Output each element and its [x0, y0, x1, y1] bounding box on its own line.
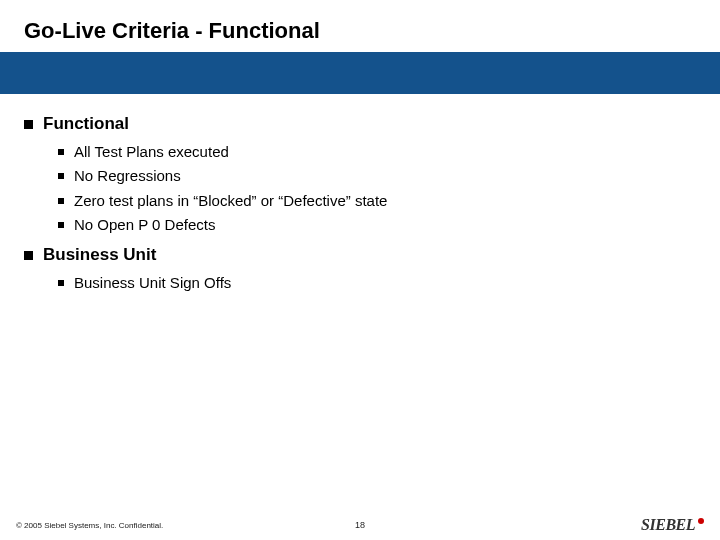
- section-functional: Functional All Test Plans executed No Re…: [24, 114, 696, 235]
- copyright-text: © 2005 Siebel Systems, Inc. Confidential…: [16, 521, 163, 530]
- siebel-logo: SIEBEL: [641, 516, 704, 534]
- list-item: Business Unit Sign Offs: [58, 273, 696, 293]
- page-number: 18: [355, 520, 365, 530]
- content-area: Functional All Test Plans executed No Re…: [0, 94, 720, 293]
- square-bullet-icon: [24, 120, 33, 129]
- section-heading: Business Unit: [24, 245, 696, 265]
- section-business-unit: Business Unit Business Unit Sign Offs: [24, 245, 696, 293]
- section-heading-text: Functional: [43, 114, 129, 134]
- list-item: No Open P 0 Defects: [58, 215, 696, 235]
- square-bullet-icon: [58, 222, 64, 228]
- square-bullet-icon: [24, 251, 33, 260]
- page-title: Go-Live Criteria - Functional: [24, 18, 720, 44]
- list-item-text: Business Unit Sign Offs: [74, 273, 231, 293]
- list-item-text: No Regressions: [74, 166, 181, 186]
- list-item-text: Zero test plans in “Blocked” or “Defecti…: [74, 191, 387, 211]
- title-area: Go-Live Criteria - Functional: [0, 0, 720, 52]
- logo-dot-icon: [698, 518, 704, 524]
- section-heading-text: Business Unit: [43, 245, 156, 265]
- square-bullet-icon: [58, 280, 64, 286]
- square-bullet-icon: [58, 149, 64, 155]
- sub-list: Business Unit Sign Offs: [24, 273, 696, 293]
- list-item: Zero test plans in “Blocked” or “Defecti…: [58, 191, 696, 211]
- sub-list: All Test Plans executed No Regressions Z…: [24, 142, 696, 235]
- list-item-text: No Open P 0 Defects: [74, 215, 215, 235]
- section-list: Functional All Test Plans executed No Re…: [24, 114, 696, 293]
- square-bullet-icon: [58, 198, 64, 204]
- section-heading: Functional: [24, 114, 696, 134]
- square-bullet-icon: [58, 173, 64, 179]
- logo-text: SIEBEL: [641, 516, 695, 534]
- list-item: All Test Plans executed: [58, 142, 696, 162]
- title-underline-bar: [0, 52, 720, 94]
- list-item: No Regressions: [58, 166, 696, 186]
- slide-footer: © 2005 Siebel Systems, Inc. Confidential…: [0, 510, 720, 540]
- list-item-text: All Test Plans executed: [74, 142, 229, 162]
